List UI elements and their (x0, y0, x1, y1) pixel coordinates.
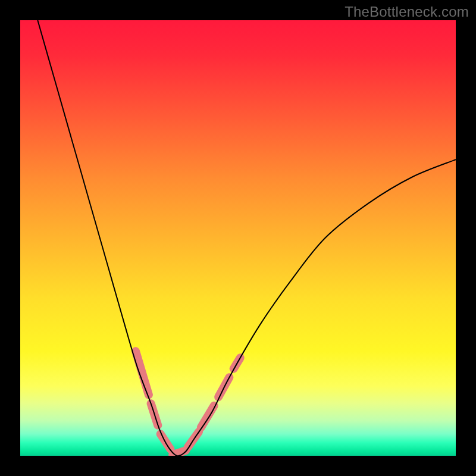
curve-svg (20, 20, 456, 456)
bottleneck-curve (37, 20, 456, 456)
highlight-segment (201, 406, 214, 428)
plot-area (20, 20, 456, 456)
chart-frame: TheBottleneck.com (0, 0, 476, 476)
watermark-label: TheBottleneck.com (345, 4, 469, 20)
highlight-segment (136, 351, 149, 394)
